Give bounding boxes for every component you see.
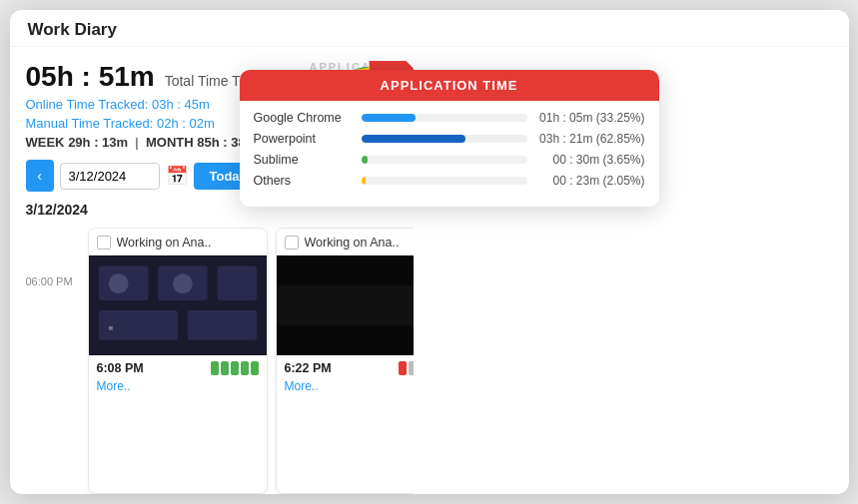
card-more-link[interactable]: More.. [277,379,414,399]
app-time-row: Others 00 : 23m (2.05%) [254,174,645,188]
app-time-value: 00 : 30m (3.65%) [535,153,645,167]
app-time-row: Sublime 00 : 30m (3.65%) [254,153,645,167]
svg-text:■: ■ [108,323,113,332]
main-content: APPLICATION TIME 05h : 51m Total Time Tr… [10,47,849,494]
app-bar-container [362,177,527,185]
app-time-row: Google Chrome 01h : 05m (33.25%) [254,111,645,125]
app-bar-container [362,156,527,164]
card-more-link[interactable]: More.. [89,379,267,399]
app-name: Google Chrome [254,111,354,125]
time-marker: 06:00 PM [26,275,76,287]
activity-bar [221,361,229,375]
card-title: Working on Ana.. [305,236,400,250]
card-title: Working on Ana.. [117,236,212,250]
cards-area: Working on Ana.. ■ 6:08 PM More.. Workin… [84,228,414,494]
app-bar-fill [362,135,466,143]
card-checkbox[interactable] [97,236,111,250]
timeline-area: 06:00 PM Working on Ana.. ■ 6:08 PM More… [26,228,414,494]
app-bar-fill [362,114,417,122]
app-time-row: Powerpoint 03h : 21m (62.85%) [254,132,645,146]
app-time-popup-header: APPLICATION TIME [240,70,659,101]
activity-bar [251,361,259,375]
manual-label: Manual Time Tracked: [26,116,154,131]
card-footer: 6:08 PM [89,355,267,379]
online-label: Online Time Tracked: [26,97,149,112]
title-bar: Work Diary [10,10,849,47]
app-time-popup: APPLICATION TIME Google Chrome 01h : 05m… [240,70,659,207]
app-bar-container [362,135,527,143]
card-header: Working on Ana.. [89,229,267,255]
svg-point-9 [173,273,193,293]
card-footer: 6:22 PM [277,355,414,379]
online-time: 03h : 45m [152,97,210,112]
card-checkbox[interactable] [285,236,299,250]
app-bar-container [362,114,527,122]
prev-date-button[interactable]: ‹ [26,160,54,192]
svg-rect-12 [277,285,414,325]
app-bar-fill [362,156,369,164]
app-name: Powerpoint [254,132,354,146]
card-time: 6:08 PM [97,361,144,375]
app-time-popup-body: Google Chrome 01h : 05m (33.25%) Powerpo… [240,101,659,207]
activity-bars [399,361,414,375]
week-label: WEEK [26,135,65,150]
svg-point-8 [108,273,128,293]
manual-time: 02h : 02m [157,116,215,131]
total-time: 05h : 51m [26,61,155,93]
activity-bars [211,361,259,375]
activity-bar [211,361,219,375]
card-time: 6:22 PM [285,361,332,375]
svg-rect-5 [217,265,257,300]
main-window: Work Diary APPLICATION TIME 05h : 51m To… [10,10,849,494]
svg-rect-7 [187,310,256,340]
calendar-icon[interactable]: 📅 [166,165,188,187]
week-time: 29h : 13m [68,135,128,150]
card-header: Working on Ana.. [277,229,414,255]
time-column: 06:00 PM [26,228,84,494]
activity-bar [399,361,407,375]
app-time-value: 01h : 05m (33.25%) [535,111,645,125]
app-time-value: 00 : 23m (2.05%) [535,174,645,188]
app-time-value: 03h : 21m (62.85%) [535,132,645,146]
work-card: Working on Ana.. 6:22 PM More.. [276,228,414,494]
card-screenshot: ■ [89,255,267,355]
app-bar-fill [362,177,367,185]
date-input[interactable] [60,163,160,190]
app-name: Sublime [254,153,354,167]
work-card: Working on Ana.. ■ 6:08 PM More.. [88,228,268,494]
card-screenshot [277,255,414,355]
activity-bar [241,361,249,375]
month-label: MONTH [146,135,194,150]
app-name: Others [254,174,354,188]
activity-bar [231,361,239,375]
activity-bar [409,361,414,375]
window-title: Work Diary [28,20,117,39]
